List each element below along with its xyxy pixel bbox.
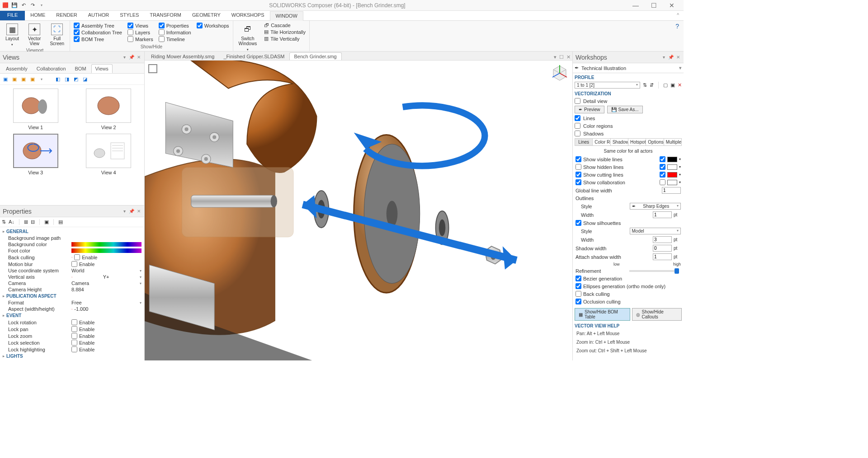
check-show-visible[interactable] (576, 156, 581, 162)
check-layers[interactable]: Layers (127, 29, 153, 35)
section-event[interactable]: EVENT (0, 312, 144, 319)
vector-view-button[interactable]: ✦Vector View (26, 23, 42, 48)
panel-pin-icon[interactable]: 📌 (129, 209, 134, 214)
tile-v-button[interactable]: ▥Tile Vertically (264, 36, 306, 42)
back-culling-value[interactable]: ·Enable (71, 254, 142, 260)
refinement-slider[interactable] (629, 270, 679, 272)
view-thumb-2[interactable]: View 2 (77, 89, 141, 130)
views-tab-views[interactable]: Views (91, 64, 113, 73)
check-ellipses[interactable]: Ellipses generation (ortho mode only) (573, 282, 684, 290)
full-screen-button[interactable]: ⛶Full Screen (48, 23, 66, 48)
bg-color-value[interactable] (71, 242, 142, 247)
views-tab-bom[interactable]: BOM (71, 64, 90, 73)
profile-tool1-icon[interactable]: ⇅ (643, 82, 647, 88)
ribbon-tab-workshops[interactable]: WORKSHOPS (226, 11, 270, 20)
coord-sys-value[interactable]: World (71, 268, 142, 273)
doc-tab-2[interactable]: Bench Grinder.smg (289, 52, 342, 60)
cascade-button[interactable]: 🗗Cascade (264, 23, 306, 28)
tool4-icon[interactable]: ◧ (54, 75, 61, 83)
minimize-button[interactable]: — (629, 2, 642, 9)
check-markers[interactable]: Markers (127, 36, 153, 42)
redo-icon[interactable]: ↷ (29, 2, 36, 9)
save-as-button[interactable]: 💾Save As... (607, 106, 643, 113)
views-tab-collab[interactable]: Collaboration (33, 64, 70, 73)
check-show-hidden[interactable] (576, 164, 581, 170)
undo-icon[interactable]: ↶ (20, 2, 27, 9)
sort-icon[interactable]: ⇅ (2, 219, 6, 225)
ribbon-tab-home[interactable]: HOME (25, 11, 51, 20)
new-view-icon[interactable]: ▣ (2, 75, 9, 83)
shadow-w-input[interactable] (653, 245, 672, 252)
check-lines[interactable]: Lines (573, 114, 684, 122)
check-information[interactable]: Information (159, 29, 191, 35)
tool-dd-icon[interactable]: ▾ (38, 75, 45, 83)
check-color-regions[interactable]: Color regions (573, 122, 684, 130)
collapse-icon[interactable]: ⊟ (31, 219, 35, 225)
view-thumb-4[interactable]: View 4 (77, 134, 141, 175)
aspect-value[interactable]: ·-1.000 (71, 306, 142, 312)
tool3-icon[interactable]: ▣ (29, 75, 36, 83)
panel-close-icon[interactable]: ✕ (136, 209, 142, 214)
lock-hi-value[interactable]: Enable (71, 346, 142, 352)
check-detail-view[interactable]: Detail view (573, 97, 684, 105)
check-properties[interactable]: Properties (159, 23, 191, 28)
ws-tab-color[interactable]: Color Re... (593, 139, 610, 145)
format-value[interactable]: Free (71, 300, 142, 305)
doc-close-icon[interactable]: ✕ (566, 54, 571, 60)
tool5-icon[interactable]: ◨ (63, 75, 71, 83)
sil-style-select[interactable]: Model (630, 228, 681, 234)
preview-button[interactable]: ✒Preview (575, 106, 604, 113)
attach-sw-input[interactable] (653, 253, 672, 260)
ws-tab-shadows[interactable]: Shadows (611, 139, 628, 145)
ribbon-tab-file[interactable]: FILE (0, 11, 25, 20)
prop-tool2-icon[interactable]: ▤ (58, 219, 63, 225)
ribbon-tab-geometry[interactable]: GEOMETRY (187, 11, 226, 20)
panel-close-icon[interactable]: ✕ (136, 55, 142, 60)
workshop-dd-icon[interactable]: ▾ (679, 65, 682, 71)
check-show-cutting[interactable] (576, 172, 581, 178)
check-views[interactable]: Views (127, 23, 153, 28)
outline-width-input[interactable] (653, 211, 672, 218)
doc-restore-icon[interactable]: ▾ (554, 54, 557, 60)
swatch-cutting[interactable] (667, 172, 677, 178)
section-lights[interactable]: LIGHTS (0, 353, 144, 360)
expand-icon[interactable]: ⊞ (24, 219, 28, 225)
vaxis-value[interactable]: ·Y+ (71, 274, 142, 280)
check-assembly-tree[interactable]: Assembly Tree (74, 23, 122, 28)
layout-button[interactable]: ▦Layout▾ (4, 23, 21, 48)
viewport[interactable] (145, 61, 572, 360)
ribbon-collapse-icon[interactable]: ^ (672, 11, 684, 20)
panel-menu-icon[interactable]: ▾ (661, 55, 666, 60)
lock-zoom-value[interactable]: Enable (71, 333, 142, 339)
profile-tool3-icon[interactable]: ▢ (663, 82, 668, 88)
check-show-collab[interactable] (576, 179, 581, 185)
cam-height-value[interactable]: 8.884 (71, 287, 142, 292)
view-cube[interactable] (551, 64, 569, 82)
section-publication[interactable]: PUBLICATION ASPECT (0, 293, 144, 299)
tool2-icon[interactable]: ▣ (20, 75, 27, 83)
panel-pin-icon[interactable]: 📌 (129, 55, 134, 60)
views-tab-assembly[interactable]: Assembly (2, 64, 32, 73)
view-thumb-1[interactable]: View 1 (4, 89, 68, 130)
check-bom-tree[interactable]: BOM Tree (74, 36, 122, 42)
outline-style-select[interactable]: ✒ Sharp Edges (630, 203, 681, 210)
ribbon-tab-author[interactable]: AUTHOR (83, 11, 114, 20)
tile-h-button[interactable]: ▤Tile Horizontally (264, 29, 306, 35)
check-back-culling[interactable]: Back culling (573, 290, 684, 298)
panel-menu-icon[interactable]: ▾ (122, 55, 127, 60)
global-lw-input[interactable] (662, 187, 681, 194)
check-shadows[interactable]: Shadows (573, 130, 684, 137)
ws-tab-lines[interactable]: Lines (575, 139, 593, 145)
camera-value[interactable]: Camera (71, 280, 142, 286)
lock-sel-value[interactable]: Enable (71, 340, 142, 346)
ribbon-tab-styles[interactable]: STYLES (114, 11, 144, 20)
maximize-button[interactable]: ☐ (647, 2, 660, 9)
check-occlusion[interactable]: Occlusion culling (573, 298, 684, 305)
ribbon-tab-transform[interactable]: TRANSFORM (144, 11, 187, 20)
prop-tool-icon[interactable]: ▣ (44, 219, 49, 225)
show-bom-button[interactable]: ▦Show/Hide BOM Table (575, 308, 630, 321)
motion-blur-value[interactable]: Enable (71, 261, 142, 267)
ribbon-tab-render[interactable]: RENDER (51, 11, 82, 20)
check-collab-tree[interactable]: Collaboration Tree (74, 29, 122, 35)
view-thumb-3[interactable]: View 3 (4, 134, 68, 175)
